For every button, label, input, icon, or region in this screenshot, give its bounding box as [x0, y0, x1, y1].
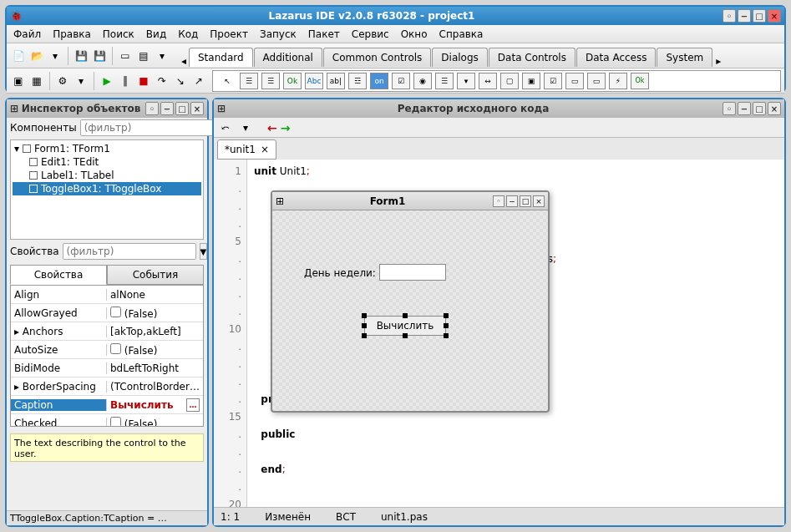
form-designer-window[interactable]: ⊞ Form1 ◦ − □ × День недели: Вычислить: [271, 190, 550, 413]
tab-events[interactable]: События: [107, 265, 204, 285]
tab-system[interactable]: System: [657, 48, 712, 67]
ed-titlebar[interactable]: ⊞ Редактор исходного кода ◦ − □ ×: [214, 99, 784, 118]
resize-handle[interactable]: [444, 313, 449, 318]
comp-memo[interactable]: ☲: [348, 73, 367, 89]
comp-bitbtn[interactable]: Ok: [631, 73, 649, 89]
oi-roll-button[interactable]: ◦: [145, 102, 159, 115]
form1-roll[interactable]: ◦: [493, 195, 505, 207]
dropdown3-icon[interactable]: ▾: [73, 73, 89, 89]
tab-unit1[interactable]: *unit1×: [217, 139, 276, 160]
prop-anchors[interactable]: ▸ Anchors[akTop,akLeft]: [11, 322, 203, 341]
comp-frame[interactable]: ▭: [587, 73, 606, 89]
nav-back-icon[interactable]: ←: [267, 121, 277, 134]
step-out-icon[interactable]: ↗: [190, 73, 207, 89]
main-titlebar[interactable]: 🐞 Lazarus IDE v2.0.8 r63028 - project1 ◦…: [7, 7, 784, 25]
open-icon[interactable]: 📂: [28, 48, 45, 64]
resize-handle[interactable]: [444, 333, 449, 338]
caption-ellipsis-button[interactable]: …: [186, 398, 200, 412]
jump-dropdown-icon[interactable]: ▾: [237, 119, 254, 136]
close-button[interactable]: ×: [768, 9, 781, 23]
form1-max[interactable]: □: [520, 195, 531, 207]
oi-max-button[interactable]: □: [175, 102, 189, 115]
menu-tools[interactable]: Сервис: [352, 28, 389, 40]
nav-forward-icon[interactable]: →: [281, 121, 291, 134]
build-mode-icon[interactable]: ⚙: [54, 73, 71, 89]
resize-handle[interactable]: [403, 313, 408, 318]
menu-window[interactable]: Окно: [401, 28, 428, 40]
component-filter-input[interactable]: [80, 119, 214, 136]
comp-button[interactable]: Ok: [283, 73, 302, 89]
comp-label[interactable]: Abc: [305, 73, 323, 89]
prop-bidimode[interactable]: BidiModebdLeftToRight: [11, 359, 203, 377]
pointer-icon[interactable]: ↖: [218, 73, 236, 89]
comp-checkgroup[interactable]: ☑: [544, 73, 562, 89]
tab-standard[interactable]: Standard: [189, 48, 253, 67]
ed-max-button[interactable]: □: [753, 102, 766, 115]
menu-search[interactable]: Поиск: [103, 28, 134, 40]
forms-icon[interactable]: ▦: [28, 73, 45, 89]
menu-run[interactable]: Запуск: [260, 28, 297, 40]
edit1-control[interactable]: [379, 264, 446, 281]
resize-handle[interactable]: [362, 323, 367, 328]
ed-close-button[interactable]: ×: [768, 102, 781, 115]
comp-groupbox[interactable]: ▢: [500, 73, 519, 89]
toggle-form-icon[interactable]: ▤: [135, 48, 152, 64]
comp-listbox[interactable]: ☰: [435, 73, 454, 89]
tree-form1[interactable]: ▾Form1: TForm1: [13, 142, 201, 155]
comp-edit[interactable]: ab|: [327, 73, 345, 89]
tree-togglebox1[interactable]: ToggleBox1: TToggleBox: [13, 182, 201, 195]
comp-radiobutton[interactable]: ◉: [413, 73, 432, 89]
prop-borderspacing[interactable]: ▸ BorderSpacing(TControlBorderSpacing): [11, 377, 203, 396]
checked-checkbox[interactable]: [110, 417, 121, 428]
property-filter-input[interactable]: [63, 243, 196, 260]
form1-close[interactable]: ×: [533, 195, 545, 207]
ed-roll-button[interactable]: ◦: [723, 102, 736, 115]
save-icon[interactable]: 💾: [73, 48, 89, 64]
dropdown-icon[interactable]: ▾: [47, 48, 63, 64]
resize-handle[interactable]: [444, 323, 449, 328]
form1-titlebar[interactable]: ⊞ Form1 ◦ − □ ×: [272, 192, 548, 210]
comp-panel[interactable]: ▭: [565, 73, 584, 89]
tab-dialogs[interactable]: Dialogs: [432, 48, 487, 67]
tab-data-access[interactable]: Data Access: [576, 48, 657, 67]
run-icon[interactable]: ▶: [99, 73, 115, 89]
ed-min-button[interactable]: −: [738, 102, 751, 115]
prop-caption[interactable]: CaptionВычислить…: [11, 396, 203, 414]
prop-align[interactable]: AlignalNone: [11, 286, 203, 304]
step-into-icon[interactable]: ↘: [172, 73, 189, 89]
menu-edit[interactable]: Правка: [53, 28, 91, 40]
prop-autosize[interactable]: AutoSize (False): [11, 341, 203, 359]
menu-help[interactable]: Справка: [439, 28, 484, 40]
comp-togglebox[interactable]: on: [370, 73, 388, 89]
allowgrayed-checkbox[interactable]: [110, 307, 121, 317]
save-all-icon[interactable]: 💾: [91, 48, 108, 64]
menu-code[interactable]: Код: [178, 28, 198, 40]
tab-data-controls[interactable]: Data Controls: [489, 48, 576, 67]
step-over-icon[interactable]: ↷: [154, 73, 170, 89]
comp-checkbox[interactable]: ☑: [392, 73, 410, 89]
jump-back-icon[interactable]: ⤺: [217, 119, 234, 136]
oi-close-button[interactable]: ×: [190, 102, 204, 115]
tab-additional[interactable]: Additional: [254, 48, 322, 67]
tab-scroll-left[interactable]: ◂: [179, 55, 189, 67]
maximize-button[interactable]: □: [753, 9, 766, 23]
comp-actionlist[interactable]: ⚡: [609, 73, 627, 89]
comp-mainmenu[interactable]: ☰: [240, 73, 258, 89]
pause-icon[interactable]: ‖: [117, 73, 134, 89]
resize-handle[interactable]: [403, 333, 408, 338]
label1-control[interactable]: День недели:: [304, 267, 376, 279]
tab-common-controls[interactable]: Common Controls: [323, 48, 432, 67]
property-filter-icon[interactable]: ▼: [200, 243, 208, 260]
form1-min[interactable]: −: [506, 195, 518, 207]
minimize-button[interactable]: −: [738, 9, 751, 23]
tree-label1[interactable]: Label1: TLabel: [13, 169, 201, 182]
comp-popupmenu[interactable]: ☰: [261, 73, 280, 89]
menu-project[interactable]: Проект: [210, 28, 248, 40]
new-unit-icon[interactable]: 📄: [10, 48, 27, 64]
roll-button[interactable]: ◦: [723, 9, 736, 23]
menu-package[interactable]: Пакет: [308, 28, 340, 40]
stop-icon[interactable]: ■: [135, 73, 152, 89]
resize-handle[interactable]: [362, 313, 367, 318]
menu-file[interactable]: Файл: [13, 28, 41, 40]
units-icon[interactable]: ▣: [10, 73, 27, 89]
